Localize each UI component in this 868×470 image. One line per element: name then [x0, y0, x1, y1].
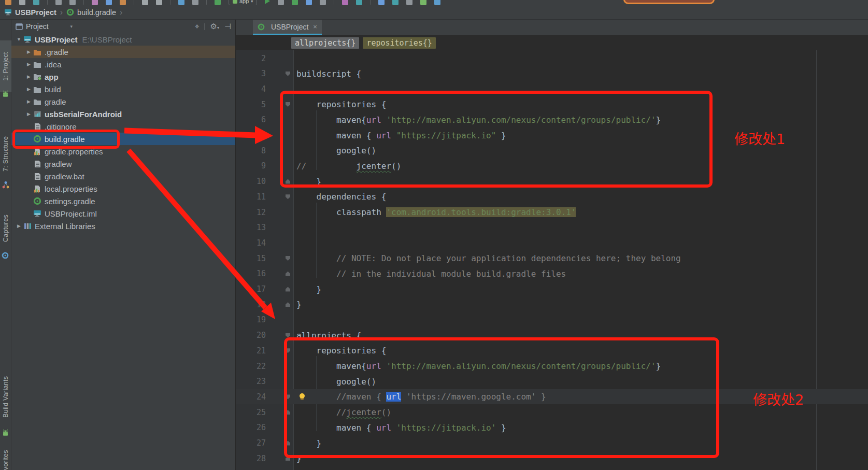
editor-tab-usbproject[interactable]: USBProject ×	[253, 20, 322, 35]
debug-icon[interactable]	[292, 0, 298, 5]
line-number: 14	[236, 238, 266, 248]
fold-marker-icon[interactable]	[286, 394, 290, 399]
forward-icon[interactable]	[192, 0, 198, 5]
coverage-icon[interactable]	[306, 0, 312, 5]
stop-icon[interactable]	[342, 0, 348, 5]
tool-tab-project[interactable]: 1: Project	[0, 40, 11, 92]
breadcrumb-chip-allprojects[interactable]: allprojects{}	[291, 37, 359, 49]
hierarchy-icon[interactable]	[2, 181, 10, 191]
expand-caret[interactable]: ▶	[25, 99, 33, 104]
tree-item--idea[interactable]: ▶.idea	[11, 58, 235, 70]
tree-item-gradle[interactable]: ▶gradle	[11, 95, 235, 108]
compile-icon[interactable]	[215, 0, 221, 5]
back-icon[interactable]	[178, 0, 184, 5]
fold-marker-icon[interactable]	[286, 456, 290, 461]
fold-marker-icon[interactable]	[286, 348, 290, 353]
replace-icon[interactable]	[156, 0, 162, 5]
tree-item-local-properties[interactable]: local.properties	[11, 182, 235, 195]
tool-tab-captures[interactable]: Captures	[0, 204, 11, 252]
captures-icon[interactable]	[2, 252, 9, 261]
run-config-selector[interactable]: app▾	[229, 0, 257, 5]
sync-project-icon[interactable]	[378, 0, 385, 5]
tool-tab-structure[interactable]: 7: Structure	[0, 125, 11, 183]
tree-item-external-libraries[interactable]: ▶External Libraries	[11, 220, 235, 232]
profiler-icon[interactable]	[320, 0, 326, 5]
run-icon[interactable]	[265, 0, 270, 4]
line-number: 24	[236, 392, 266, 402]
android-build-variants-icon[interactable]	[2, 429, 9, 438]
tree-item-app[interactable]: ▶app	[11, 70, 235, 83]
expand-caret[interactable]: ▶	[25, 87, 33, 92]
tree-item-usbserialforandroid[interactable]: ▶usbSerialForAndroid	[11, 108, 235, 120]
line-number: 21	[236, 346, 266, 355]
gradle-file-icon	[66, 8, 74, 16]
tree-item-label: usbSerialForAndroid	[45, 110, 122, 119]
expand-caret[interactable]: ▶	[25, 49, 33, 54]
sdk-manager-icon[interactable]	[406, 0, 412, 5]
tool-tab-build-variants[interactable]: Build Variants	[0, 365, 11, 429]
tree-item-build-gradle[interactable]: build.gradle	[11, 133, 235, 145]
fold-marker-icon[interactable]	[286, 256, 290, 261]
expand-caret[interactable]: ▶	[25, 62, 33, 67]
tree-item-label: USBProject	[35, 35, 78, 44]
code-line-26: 26 maven { url 'https://jitpack.io' }	[236, 420, 868, 435]
chevron-down-icon[interactable]: ▾	[70, 24, 73, 29]
tree-item-gradlew[interactable]: gradlew	[11, 158, 235, 170]
search-everywhere-icon[interactable]	[356, 0, 362, 5]
fold-marker-icon[interactable]	[286, 302, 290, 307]
avd-manager-icon[interactable]	[392, 0, 399, 5]
tree-item-build[interactable]: ▶build	[11, 83, 235, 95]
hide-panel-icon[interactable]: ⊣	[224, 22, 231, 31]
gear-icon[interactable]: ⚙▾	[210, 22, 219, 31]
tree-item-gradlew-bat[interactable]: gradlew.bat	[11, 170, 235, 182]
tree-item--gitignore[interactable]: .gitignore	[11, 120, 235, 133]
fold-marker-icon[interactable]	[286, 272, 290, 276]
expand-caret[interactable]: ▶	[15, 223, 23, 229]
breadcrumb-project[interactable]: USBProject	[15, 8, 56, 17]
fold-marker-icon[interactable]	[286, 333, 290, 338]
chevron-right-icon: ›	[120, 8, 122, 17]
fold-marker-icon[interactable]	[286, 194, 290, 199]
folder-icon	[33, 86, 42, 93]
android-monitor-icon[interactable]	[2, 90, 9, 99]
fold-marker-icon[interactable]	[286, 410, 290, 415]
tree-item-label: gradlew.bat	[45, 172, 84, 181]
tree-item-gradle-properties[interactable]: gradle.properties	[11, 145, 235, 158]
save-all-icon[interactable]	[19, 0, 25, 5]
paste-icon[interactable]	[120, 0, 126, 5]
fold-marker-icon[interactable]	[286, 287, 290, 292]
expand-caret[interactable]: ▶	[25, 111, 33, 117]
code-line-24: 24 //maven { url 'https://maven.google.c…	[236, 389, 868, 404]
apply-changes-icon[interactable]	[278, 0, 284, 5]
find-icon[interactable]	[142, 0, 148, 5]
expand-caret[interactable]: ▶	[25, 74, 33, 79]
code-line-23: 23 google()	[236, 374, 868, 389]
line-number: 28	[236, 454, 266, 463]
fold-marker-icon[interactable]	[286, 102, 290, 107]
file-icon	[33, 173, 42, 180]
breadcrumb-chip-repositories[interactable]: repositories{}	[363, 37, 435, 49]
editor-code-area[interactable]: 23buildscript {45 repositories {6 maven{…	[236, 50, 868, 470]
open-project-icon[interactable]	[5, 0, 11, 5]
tree-item-usbproject-iml[interactable]: USBProject.iml	[11, 207, 235, 220]
toolbar-separator	[370, 0, 371, 5]
tree-item-usbproject[interactable]: ▼USBProjectE:\USBProject	[11, 33, 235, 46]
breadcrumb-file[interactable]: build.gradle	[77, 8, 116, 17]
locate-file-icon[interactable]: ⌖	[195, 22, 199, 31]
attach-debugger-icon[interactable]	[434, 0, 440, 5]
tree-item-settings-gradle[interactable]: settings.gradle	[11, 195, 235, 207]
undo-icon[interactable]	[55, 0, 62, 5]
fold-marker-icon[interactable]	[286, 441, 290, 446]
tree-item--gradle[interactable]: ▶.gradle	[11, 46, 235, 58]
fold-marker-icon[interactable]	[286, 179, 290, 184]
sync-icon[interactable]	[33, 0, 39, 5]
copy-icon[interactable]	[106, 0, 112, 5]
tool-tab-favorites[interactable]: 2: Favorites	[0, 447, 11, 470]
fold-marker-icon[interactable]	[286, 72, 290, 76]
close-icon[interactable]: ×	[313, 23, 317, 31]
device-monitor-icon[interactable]	[420, 0, 426, 5]
panel-title[interactable]: Project	[26, 22, 49, 31]
cut-icon[interactable]	[92, 0, 98, 5]
redo-icon[interactable]	[69, 0, 76, 5]
expand-caret[interactable]: ▼	[15, 37, 23, 42]
